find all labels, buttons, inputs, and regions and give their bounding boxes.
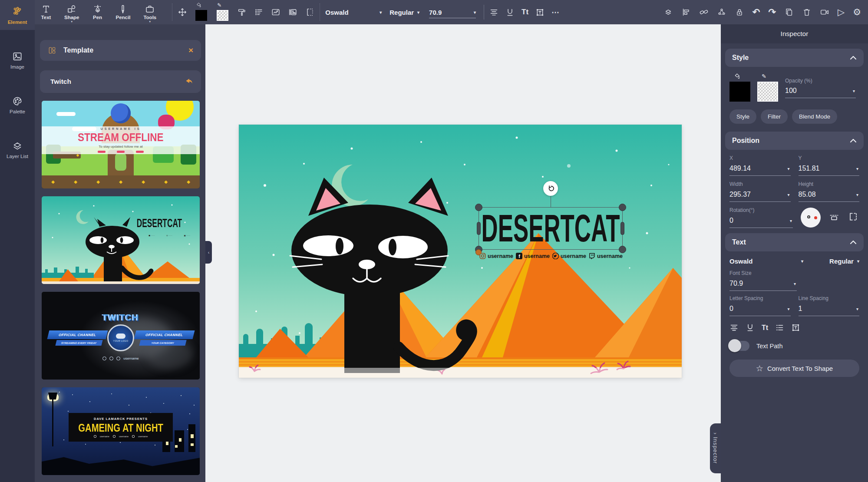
- shape-tool-button[interactable]: Shape ▾: [64, 2, 79, 23]
- template-thumbnail-desertcat[interactable]: DESERTCAT ◻ ······◼ ······⊙ ······▣ ····…: [42, 196, 200, 284]
- layers-icon[interactable]: [663, 7, 673, 17]
- position-section-header[interactable]: Position: [725, 132, 864, 150]
- thumb-subtitle: USERNAME IS: [101, 127, 141, 130]
- selection-handle-top-left[interactable]: [475, 204, 482, 211]
- undo-icon[interactable]: ↶: [752, 7, 760, 17]
- font-style-select[interactable]: Regular ▾: [389, 9, 419, 16]
- blend-mode-button[interactable]: Blend Mode: [792, 109, 837, 124]
- collapse-template-panel-tab[interactable]: ‹: [205, 241, 212, 264]
- text-box-icon[interactable]: [535, 8, 545, 17]
- tools-icon: [145, 4, 155, 14]
- delete-icon[interactable]: [802, 7, 812, 17]
- font-family-select[interactable]: Oswald ▾: [325, 9, 382, 16]
- tools-button[interactable]: Tools ▾: [143, 2, 156, 23]
- font-size-handle[interactable]: [475, 249, 482, 255]
- pen-tool-button[interactable]: Pen: [92, 2, 103, 20]
- font-style-select[interactable]: Regular ▾: [829, 258, 859, 265]
- text-section-header[interactable]: Text: [725, 233, 864, 251]
- pencil-tool-button[interactable]: Pencil: [116, 2, 131, 20]
- style-button[interactable]: Style: [729, 109, 756, 124]
- thumb-title: TWITCH: [42, 313, 200, 323]
- replace-image-icon[interactable]: [271, 7, 281, 17]
- settings-gear-icon[interactable]: ⚙: [853, 7, 861, 17]
- line-spacing-field[interactable]: Line Spacing 1▾: [799, 295, 860, 316]
- flip-panel-icon[interactable]: [305, 7, 314, 17]
- canvas-area[interactable]: DESERTCAT username f username username u…: [205, 24, 721, 482]
- selection-handle-bottom-right[interactable]: [619, 246, 626, 253]
- font-size-input[interactable]: 70.9 ▾: [429, 9, 476, 18]
- text-align-icon[interactable]: [729, 323, 739, 332]
- chevron-up-icon: [850, 139, 857, 143]
- element-icon: [12, 6, 23, 17]
- font-family-select[interactable]: Oswald ▾: [729, 258, 803, 265]
- twitch-section-header[interactable]: Twitch: [40, 70, 201, 93]
- thumb-title: GAMEING AT NIGHT: [78, 422, 163, 435]
- redo-icon[interactable]: ↷: [768, 7, 776, 17]
- collapse-inspector-tab[interactable]: › Inspector: [710, 423, 721, 473]
- stroke-color-swatch[interactable]: ✎: [216, 2, 230, 22]
- collaborate-icon[interactable]: [717, 7, 726, 17]
- paint-roller-icon[interactable]: [237, 7, 247, 17]
- x-field[interactable]: X 489.14▾: [729, 155, 791, 176]
- text-tool-button[interactable]: Text: [41, 2, 51, 20]
- underline-icon[interactable]: [746, 323, 755, 332]
- chevron-down-icon: ▾: [853, 89, 855, 93]
- play-icon[interactable]: ▷: [838, 7, 845, 17]
- image-gallery-icon[interactable]: [288, 7, 297, 17]
- letter-spacing-field[interactable]: Letter Spacing 0▾: [729, 295, 791, 316]
- text-box-icon[interactable]: [791, 323, 800, 332]
- template-thumbnail-twitch[interactable]: TWITCH OFFICIAL CHANNEL OFFICIAL CHANNEL…: [42, 292, 200, 380]
- move-icon[interactable]: [178, 7, 187, 17]
- rotation-field[interactable]: Rotation(°) 0▾: [729, 207, 793, 228]
- chevron-down-icon: ▾: [794, 281, 796, 286]
- duplicate-icon[interactable]: [784, 7, 794, 17]
- fill-color-picker[interactable]: [729, 73, 751, 102]
- align-objects-icon[interactable]: [681, 7, 691, 17]
- close-icon[interactable]: ×: [188, 46, 193, 55]
- record-icon[interactable]: [820, 7, 829, 17]
- back-arrow-icon[interactable]: [185, 77, 193, 86]
- underline-icon[interactable]: [505, 8, 515, 17]
- template-thumbnail-stream-offline[interactable]: ◆ USERNAME IS STREAM OFFLINE To stay upd…: [42, 101, 200, 188]
- selection-handle-top-right[interactable]: [619, 204, 626, 211]
- link-icon[interactable]: [699, 7, 709, 17]
- text-case-icon[interactable]: Tt: [521, 8, 528, 17]
- app-window: Element Image Palette Layer List Text Sh…: [0, 0, 868, 482]
- selection-handle-left[interactable]: [477, 222, 481, 235]
- canvas-social-row: username f username username username: [479, 253, 623, 259]
- facebook-icon: f: [516, 253, 522, 259]
- fill-color-swatch[interactable]: [195, 2, 208, 22]
- sidebar-item-image[interactable]: Image: [0, 45, 35, 75]
- text-path-toggle[interactable]: [729, 341, 749, 351]
- selection-handle-right[interactable]: [620, 222, 624, 235]
- opacity-input[interactable]: 100 ▾: [785, 84, 856, 98]
- font-size-field[interactable]: Font Size 70.9▾: [725, 265, 801, 291]
- y-field[interactable]: Y 151.81▾: [799, 155, 860, 176]
- rotation-dial[interactable]: [801, 208, 821, 228]
- more-options-icon[interactable]: ⋯: [551, 8, 559, 17]
- design-canvas[interactable]: DESERTCAT username f username username u…: [239, 125, 682, 378]
- section-title: Twitch: [50, 78, 71, 86]
- convert-text-to-shape-button[interactable]: ☆ Convert Text To Shape: [729, 360, 859, 377]
- style-section-header[interactable]: Style: [725, 49, 864, 67]
- sidebar-item-palette[interactable]: Palette: [0, 89, 35, 119]
- sidebar-item-layer-list[interactable]: Layer List: [0, 134, 35, 164]
- selection-bounding-box[interactable]: [479, 207, 623, 250]
- paint-bucket-icon: [196, 2, 202, 8]
- sidebar-item-element[interactable]: Element: [0, 0, 35, 30]
- text-align-icon[interactable]: [489, 8, 498, 17]
- text-case-icon[interactable]: Tt: [762, 324, 768, 332]
- sidebar-item-label: Image: [10, 64, 24, 69]
- lock-icon[interactable]: [735, 7, 744, 17]
- filter-button[interactable]: Filter: [761, 109, 788, 124]
- flip-vertical-icon[interactable]: [828, 211, 840, 222]
- rotate-handle[interactable]: [543, 181, 558, 196]
- chevron-down-icon: ▾: [790, 218, 792, 223]
- width-field[interactable]: Width 295.37▾: [729, 181, 791, 202]
- list-icon[interactable]: [775, 323, 784, 332]
- height-field[interactable]: Height 85.08▾: [799, 181, 860, 202]
- list-settings-icon[interactable]: [254, 7, 264, 17]
- template-thumbnail-gameing-at-night[interactable]: DAVE LAMARCK PRESENTS GAMEING AT NIGHT u…: [42, 387, 200, 475]
- flip-horizontal-icon[interactable]: [848, 211, 859, 222]
- stroke-color-picker[interactable]: ✎: [757, 73, 779, 102]
